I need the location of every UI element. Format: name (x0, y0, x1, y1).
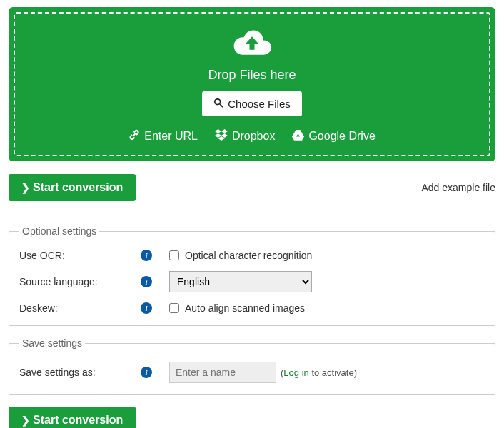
alt-sources: Enter URL Dropbox Google Drive (15, 129, 489, 143)
lang-label: Source language: (19, 276, 141, 287)
save-settings-panel: Save settings Save settings as: i (Log i… (9, 337, 495, 395)
enter-url-button[interactable]: Enter URL (128, 129, 198, 143)
optional-settings-panel: Optional settings Use OCR: i Optical cha… (9, 225, 495, 326)
deskew-text: Auto align scanned images (185, 302, 305, 314)
dropzone[interactable]: Drop Files here Choose Files Enter URL D… (9, 7, 495, 161)
ocr-text: Optical character recognition (185, 250, 312, 261)
ocr-checkbox[interactable] (169, 250, 179, 260)
info-icon[interactable]: i (141, 250, 152, 261)
start-conversion-button-top[interactable]: ❯ Start conversion (9, 174, 136, 201)
dropbox-icon (215, 129, 228, 143)
link-icon (128, 129, 140, 143)
chevron-right-icon: ❯ (21, 182, 30, 193)
optional-legend: Optional settings (19, 225, 99, 237)
cloud-upload-icon (231, 48, 273, 60)
choose-files-label: Choose Files (228, 98, 291, 110)
start-label: Start conversion (33, 414, 123, 427)
deskew-checkbox[interactable] (169, 303, 179, 313)
save-hint: (Log in to activate) (281, 367, 357, 378)
enter-url-label: Enter URL (144, 130, 198, 143)
login-link[interactable]: Log in (283, 367, 308, 378)
settings-name-input (169, 362, 276, 383)
source-language-select[interactable]: English (169, 271, 312, 292)
choose-files-button[interactable]: Choose Files (202, 91, 302, 116)
info-icon[interactable]: i (141, 367, 152, 378)
info-icon[interactable]: i (141, 276, 152, 287)
chevron-right-icon: ❯ (21, 414, 30, 426)
gdrive-label: Google Drive (308, 130, 375, 143)
hint-suffix: to activate) (309, 367, 357, 378)
svg-point-0 (215, 99, 221, 105)
save-label: Save settings as: (19, 367, 141, 378)
search-icon (213, 98, 223, 110)
deskew-label: Deskew: (19, 302, 141, 314)
gdrive-button[interactable]: Google Drive (292, 129, 375, 143)
dropzone-inner: Drop Files here Choose Files Enter URL D… (14, 12, 490, 156)
dropbox-label: Dropbox (232, 130, 275, 143)
svg-line-1 (220, 104, 223, 107)
info-icon[interactable]: i (141, 302, 152, 314)
gdrive-icon (292, 130, 304, 143)
save-legend: Save settings (19, 337, 85, 349)
dropbox-button[interactable]: Dropbox (215, 129, 275, 143)
start-conversion-button-bottom[interactable]: ❯ Start conversion (9, 407, 136, 428)
drop-text: Drop Files here (15, 68, 489, 83)
ocr-label: Use OCR: (19, 250, 141, 261)
start-label: Start conversion (33, 181, 123, 194)
add-example-file-link[interactable]: Add example file (421, 182, 495, 193)
